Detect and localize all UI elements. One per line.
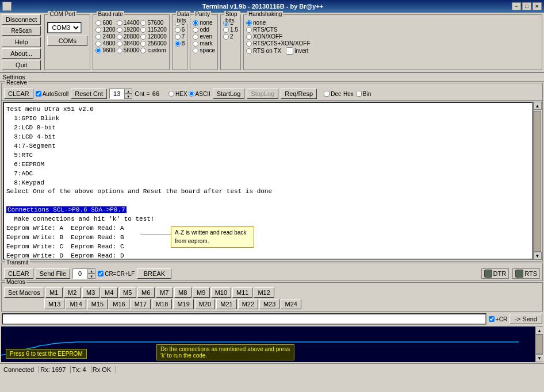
sbits-2[interactable] — [223, 34, 229, 40]
hs-none[interactable] — [246, 20, 252, 26]
terminal-scrollbar[interactable]: ▲ ▼ — [533, 102, 541, 260]
input-field[interactable] — [2, 313, 486, 325]
m7-button[interactable]: M7 — [156, 287, 173, 298]
send-button[interactable]: -> Send — [509, 314, 542, 324]
m9-button[interactable]: M9 — [193, 287, 210, 298]
dbits-7[interactable] — [175, 34, 181, 40]
startlog-button[interactable]: StartLog — [213, 89, 245, 99]
hs-rtson[interactable] — [246, 48, 252, 54]
graph-scroll-down[interactable]: ▼ — [535, 354, 543, 362]
scroll-thumb[interactable] — [534, 111, 541, 252]
baud-128000[interactable] — [140, 34, 146, 40]
spin-up[interactable]: ▲ — [124, 89, 132, 94]
m6-button[interactable]: M6 — [137, 287, 155, 298]
transmit-spin-down[interactable]: ▼ — [87, 274, 95, 279]
coms-button[interactable]: COMs — [47, 36, 87, 46]
m5-button[interactable]: M5 — [119, 287, 136, 298]
receive-clear-button[interactable]: CLEAR — [4, 89, 33, 99]
send-file-button[interactable]: Send File — [36, 268, 70, 279]
transmit-clear-button[interactable]: CLEAR — [4, 268, 33, 279]
com-port-select[interactable]: COM3 — [47, 22, 82, 33]
parity-mark[interactable] — [193, 41, 198, 47]
baud-9600[interactable] — [95, 48, 101, 53]
m14-button[interactable]: M14 — [66, 299, 86, 309]
break-button[interactable]: BREAK — [137, 268, 171, 279]
graph-scroll-thumb[interactable] — [535, 335, 543, 354]
reset-cnt-button[interactable]: Reset Cnt — [71, 89, 107, 99]
m24-button[interactable]: M24 — [281, 299, 301, 309]
help-button[interactable]: Help — [2, 37, 41, 47]
baud-19200[interactable] — [117, 27, 122, 33]
m12-button[interactable]: M12 — [254, 287, 274, 298]
baud-14400[interactable] — [117, 20, 122, 26]
m11-button[interactable]: M11 — [232, 287, 252, 298]
m15-button[interactable]: M15 — [87, 299, 108, 309]
invert-checkbox[interactable] — [286, 47, 293, 55]
spin-down[interactable]: ▼ — [124, 94, 132, 99]
baud-custom[interactable] — [140, 48, 146, 53]
baud-56000[interactable] — [117, 48, 122, 53]
parity-none[interactable] — [193, 20, 198, 26]
dbits-6[interactable] — [175, 27, 181, 33]
parity-even[interactable] — [193, 34, 198, 40]
hex-radio[interactable] — [168, 91, 174, 97]
terminal-output[interactable]: Test menu Utra x51 v2.0 1:GPIO Blink 2:L… — [3, 102, 533, 260]
req-resp-button[interactable]: Req/Resp — [281, 89, 317, 99]
parity-odd[interactable] — [193, 27, 198, 33]
m3-button[interactable]: M3 — [82, 287, 99, 298]
m21-button[interactable]: M21 — [216, 299, 236, 309]
scroll-down-arrow[interactable]: ▼ — [534, 252, 542, 260]
plus-cr-checkbox[interactable] — [489, 316, 495, 322]
stoplog-button[interactable]: StopLog — [247, 89, 278, 99]
baud-38400[interactable] — [117, 41, 122, 47]
cr-crlf-checkbox[interactable] — [98, 271, 104, 276]
m13-button[interactable]: M13 — [44, 299, 64, 309]
baud-2400[interactable] — [95, 34, 101, 40]
sbits-15[interactable] — [223, 27, 229, 33]
m10-button[interactable]: M10 — [211, 287, 231, 298]
hs-rtsxon[interactable] — [246, 41, 252, 47]
baud-115200[interactable] — [140, 27, 146, 33]
bin-checkbox[interactable] — [356, 91, 362, 97]
graph-scroll-up[interactable]: ▲ — [535, 326, 543, 335]
macros-section: Macros Set Macros M1 M2 M3 M4 M5 M6 M7 M… — [1, 282, 543, 312]
maximize-button[interactable]: □ — [522, 2, 531, 10]
m16-button[interactable]: M16 — [109, 299, 129, 309]
scroll-up-arrow[interactable]: ▲ — [534, 102, 542, 110]
set-macros-button[interactable]: Set Macros — [4, 287, 44, 298]
baud-28800[interactable] — [117, 34, 122, 40]
line-input[interactable] — [109, 89, 124, 99]
graph-scrollbar[interactable]: ▲ ▼ — [535, 326, 543, 362]
m17-button[interactable]: M17 — [131, 299, 151, 309]
m20-button[interactable]: M20 — [195, 299, 215, 309]
m22-button[interactable]: M22 — [238, 299, 258, 309]
hs-xon[interactable] — [246, 34, 252, 40]
baud-57600[interactable] — [140, 20, 146, 26]
quit-button[interactable]: Quit — [2, 60, 41, 70]
dec-checkbox[interactable] — [324, 91, 330, 97]
m2-button[interactable]: M2 — [64, 287, 81, 298]
minimize-button[interactable]: – — [512, 2, 521, 10]
autoscroll-checkbox[interactable] — [36, 91, 41, 97]
baud-4800[interactable] — [95, 41, 101, 47]
parity-space[interactable] — [193, 48, 198, 53]
baud-256000[interactable] — [140, 41, 146, 47]
m19-button[interactable]: M19 — [173, 299, 193, 309]
m8-button[interactable]: M8 — [174, 287, 191, 298]
transmit-section: Transmit CLEAR Send File ▲ ▼ CR=CR+LF BR… — [1, 263, 543, 281]
dbits-8[interactable] — [175, 41, 181, 47]
transmit-spin-up[interactable]: ▲ — [87, 268, 95, 274]
m1-button[interactable]: M1 — [45, 287, 63, 298]
baud-600[interactable] — [95, 20, 101, 26]
transmit-value-input[interactable] — [72, 268, 87, 279]
rescan-button[interactable]: ReScan — [2, 26, 41, 36]
baud-1200[interactable] — [95, 27, 101, 33]
hs-rtscts[interactable] — [246, 27, 252, 33]
close-button[interactable]: ✕ — [532, 2, 542, 10]
m18-button[interactable]: M18 — [152, 299, 172, 309]
m4-button[interactable]: M4 — [101, 287, 118, 298]
disconnect-button[interactable]: Disconnect — [2, 14, 41, 25]
about-button[interactable]: About... — [2, 48, 41, 59]
m23-button[interactable]: M23 — [259, 299, 279, 309]
ascii-radio[interactable] — [189, 91, 194, 97]
